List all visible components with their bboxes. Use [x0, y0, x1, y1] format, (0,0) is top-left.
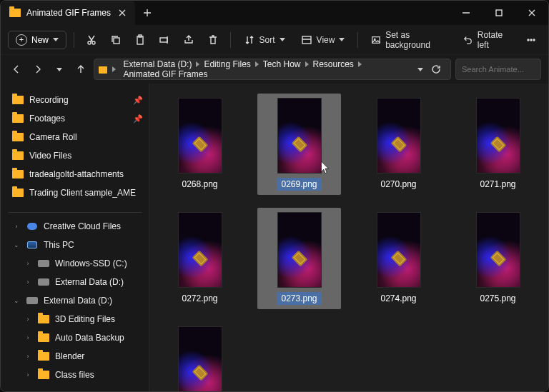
back-button[interactable]	[8, 59, 25, 80]
sidebar-item-label: Blender	[55, 351, 84, 361]
file-name: 0275.png	[475, 292, 520, 305]
window-tab[interactable]: Animated GIF Frames	[1, 1, 135, 25]
arrow-left-icon	[11, 64, 22, 75]
folder-icon	[12, 133, 24, 141]
file-item[interactable]: 0271.png	[456, 94, 540, 195]
sidebar-item-quick-access[interactable]: Trading Client sample_AME	[1, 184, 149, 202]
new-tab-button[interactable]	[135, 1, 159, 25]
folder-icon	[99, 66, 107, 74]
file-item[interactable]: 0269.png	[257, 94, 341, 195]
file-item[interactable]: 0273.png	[257, 208, 341, 309]
navigation-row: External Data (D:)Editing FilesTech HowR…	[1, 55, 548, 84]
copy-button[interactable]	[106, 29, 126, 51]
search-input[interactable]	[462, 65, 549, 74]
svg-point-2	[92, 41, 95, 44]
new-button[interactable]: + New	[8, 31, 66, 49]
navigation-pane[interactable]: Recording📌Footages📌Camera RollVideo File…	[1, 84, 149, 391]
ellipsis-icon	[525, 34, 537, 46]
sidebar-item-folder[interactable]: ›Class files	[1, 366, 149, 384]
breadcrumb-segment[interactable]: Resources	[311, 59, 356, 71]
file-thumbnail	[277, 98, 322, 174]
file-name: 0268.png	[177, 178, 222, 191]
chevron-down-icon[interactable]	[417, 68, 423, 71]
chevron-down-icon	[56, 68, 62, 71]
sidebar-item-creative-cloud[interactable]: › Creative Cloud Files	[1, 217, 149, 236]
sidebar-item-label: Windows-SSD (C:)	[55, 258, 127, 268]
search-box[interactable]	[455, 59, 541, 80]
file-thumbnail	[377, 212, 421, 288]
close-window-button[interactable]	[515, 1, 548, 25]
sidebar-item-label: Auto Data Backup	[55, 333, 124, 343]
file-name: 0272.png	[177, 292, 222, 305]
view-button[interactable]: View	[295, 29, 351, 51]
file-thumbnail	[377, 98, 421, 174]
svg-point-11	[530, 39, 532, 41]
chevron-down-icon	[339, 38, 345, 41]
chevron-right-icon	[305, 61, 309, 67]
sidebar-item-folder[interactable]: ›Auto Data Backup	[1, 328, 149, 347]
drive-icon	[38, 260, 49, 267]
refresh-icon[interactable]	[430, 64, 442, 75]
recent-locations-button[interactable]	[51, 59, 68, 80]
sidebar-item-this-pc[interactable]: ⌄ This PC	[1, 236, 149, 254]
chevron-right-icon: ›	[12, 223, 21, 230]
chevron-right-icon: ›	[24, 371, 32, 378]
sidebar-item-folder[interactable]: ›3D Editing Files	[1, 310, 149, 328]
sidebar-item-label: Class files	[55, 370, 94, 380]
file-item[interactable]: 0275.png	[456, 208, 540, 309]
file-thumbnail	[476, 212, 520, 288]
share-icon	[183, 34, 194, 46]
folder-icon	[12, 151, 24, 160]
sidebar-item-drive-d[interactable]: › External Data (D:)	[1, 273, 149, 291]
pc-icon	[27, 241, 37, 248]
sidebar-item-drive-c[interactable]: › Windows-SSD (C:)	[1, 254, 149, 273]
minimize-icon	[460, 7, 472, 19]
view-label: View	[317, 35, 335, 45]
folder-icon	[38, 352, 49, 361]
sidebar-item-label: Trading Client sample_AME	[29, 188, 136, 198]
cut-icon	[86, 34, 97, 46]
svg-point-12	[533, 39, 535, 41]
file-item[interactable]: 0276.png	[158, 322, 242, 391]
breadcrumb-segment[interactable]: Animated GIF Frames	[121, 68, 209, 80]
delete-button[interactable]	[203, 29, 223, 51]
svg-rect-8	[372, 36, 380, 43]
file-item[interactable]: 0268.png	[158, 94, 242, 195]
sidebar-item-folder[interactable]: ›Blender	[1, 347, 149, 366]
sidebar-item-quick-access[interactable]: Footages📌	[1, 109, 149, 128]
share-button[interactable]	[179, 29, 199, 51]
forward-button[interactable]	[29, 59, 46, 80]
more-button[interactable]	[521, 29, 541, 51]
title-bar: Animated GIF Frames	[1, 1, 548, 25]
rename-button[interactable]	[154, 29, 174, 51]
sidebar-item-quick-access[interactable]: Recording📌	[1, 91, 149, 109]
sidebar-item-quick-access[interactable]: Camera Roll	[1, 128, 149, 146]
maximize-button[interactable]	[483, 1, 515, 25]
breadcrumb-segment[interactable]: Tech How	[261, 59, 303, 71]
file-item[interactable]: 0274.png	[357, 208, 440, 309]
chevron-right-icon: ›	[24, 353, 32, 360]
rename-icon	[159, 34, 170, 46]
rotate-left-button[interactable]: Rotate left	[458, 29, 517, 51]
sidebar-item-quick-access[interactable]: Video Files	[1, 146, 149, 165]
minimize-button[interactable]	[450, 1, 483, 25]
file-explorer-window: Animated GIF Frames + New	[0, 0, 549, 392]
drive-icon	[38, 278, 49, 286]
sidebar-item-quick-access[interactable]: tradealgoltd-attachments	[1, 165, 149, 184]
paste-button[interactable]	[130, 29, 150, 51]
address-bar[interactable]: External Data (D:)Editing FilesTech HowR…	[94, 59, 451, 80]
tab-close-button[interactable]	[117, 7, 128, 19]
file-list-pane[interactable]: 0268.png0269.png0270.png0271.png0272.png…	[149, 84, 548, 391]
file-item[interactable]: 0272.png	[158, 208, 242, 309]
paste-icon	[134, 34, 146, 46]
file-thumbnail	[476, 98, 520, 174]
sort-button[interactable]: Sort	[238, 29, 291, 51]
sidebar-item-drive-d-external[interactable]: ⌄ External Data (D:)	[1, 291, 149, 310]
chevron-down-icon: ⌄	[12, 297, 21, 304]
up-button[interactable]	[72, 59, 89, 80]
sidebar-item-label: Recording	[29, 95, 69, 105]
set-background-button[interactable]: Set as background	[365, 29, 453, 51]
file-item[interactable]: 0270.png	[357, 94, 440, 195]
breadcrumb-segment[interactable]: Editing Files	[202, 59, 252, 71]
cut-button[interactable]	[81, 29, 102, 51]
